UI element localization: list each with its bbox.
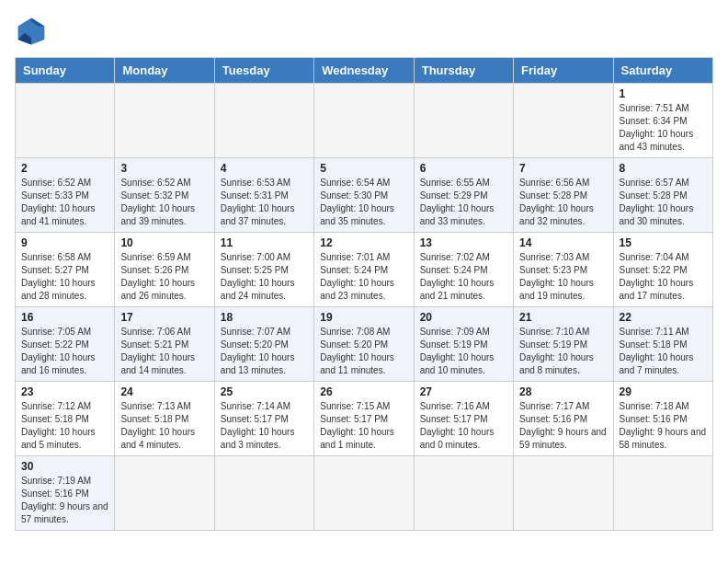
calendar-cell: 29Sunrise: 7:18 AM Sunset: 5:16 PM Dayli… (613, 382, 712, 456)
day-info: Sunrise: 6:52 AM Sunset: 5:33 PM Dayligh… (21, 177, 108, 228)
calendar-cell: 10Sunrise: 6:59 AM Sunset: 5:26 PM Dayli… (115, 233, 214, 307)
day-info: Sunrise: 7:10 AM Sunset: 5:19 PM Dayligh… (519, 326, 607, 377)
day-number: 3 (120, 162, 208, 175)
day-number: 20 (420, 311, 507, 324)
calendar-cell: 19Sunrise: 7:08 AM Sunset: 5:20 PM Dayli… (314, 307, 414, 382)
calendar-cell (214, 456, 313, 531)
page-header (15, 15, 713, 48)
day-number: 9 (21, 236, 108, 249)
header-day: Monday (115, 58, 214, 84)
header-day: Wednesday (314, 58, 414, 84)
day-number: 19 (320, 311, 407, 324)
day-number: 6 (420, 162, 507, 175)
day-number: 28 (519, 385, 607, 398)
day-number: 13 (420, 236, 507, 249)
calendar-cell (115, 84, 214, 158)
day-info: Sunrise: 7:19 AM Sunset: 5:16 PM Dayligh… (21, 475, 108, 526)
day-info: Sunrise: 7:08 AM Sunset: 5:20 PM Dayligh… (320, 326, 407, 377)
calendar-cell: 28Sunrise: 7:17 AM Sunset: 5:16 PM Dayli… (514, 382, 613, 456)
calendar-cell (115, 456, 214, 531)
day-info: Sunrise: 7:14 AM Sunset: 5:17 PM Dayligh… (221, 400, 308, 452)
header-day: Thursday (414, 58, 513, 84)
day-number: 2 (21, 162, 108, 175)
calendar-cell: 18Sunrise: 7:07 AM Sunset: 5:20 PM Dayli… (214, 307, 313, 382)
day-info: Sunrise: 7:09 AM Sunset: 5:19 PM Dayligh… (420, 326, 507, 377)
day-info: Sunrise: 7:18 AM Sunset: 5:16 PM Dayligh… (620, 400, 707, 452)
day-info: Sunrise: 7:05 AM Sunset: 5:22 PM Dayligh… (21, 326, 108, 377)
day-number: 30 (21, 460, 108, 473)
day-info: Sunrise: 7:04 AM Sunset: 5:22 PM Dayligh… (620, 251, 707, 303)
calendar-cell: 27Sunrise: 7:16 AM Sunset: 5:17 PM Dayli… (414, 382, 513, 456)
logo-icon (15, 15, 48, 48)
calendar-cell: 12Sunrise: 7:01 AM Sunset: 5:24 PM Dayli… (314, 233, 414, 307)
day-number: 10 (120, 236, 208, 249)
calendar-body: 1Sunrise: 7:51 AM Sunset: 6:34 PM Daylig… (16, 84, 713, 531)
day-info: Sunrise: 6:53 AM Sunset: 5:31 PM Dayligh… (221, 177, 308, 228)
calendar-table: SundayMondayTuesdayWednesdayThursdayFrid… (15, 57, 713, 531)
day-info: Sunrise: 7:17 AM Sunset: 5:16 PM Dayligh… (519, 400, 607, 452)
day-number: 26 (320, 385, 407, 398)
day-info: Sunrise: 7:00 AM Sunset: 5:25 PM Dayligh… (221, 251, 308, 303)
day-number: 23 (21, 385, 108, 398)
calendar-week-row: 1Sunrise: 7:51 AM Sunset: 6:34 PM Daylig… (16, 84, 713, 158)
day-info: Sunrise: 7:51 AM Sunset: 6:34 PM Dayligh… (620, 102, 707, 154)
calendar-cell: 16Sunrise: 7:05 AM Sunset: 5:22 PM Dayli… (16, 307, 115, 382)
calendar-cell: 11Sunrise: 7:00 AM Sunset: 5:25 PM Dayli… (214, 233, 313, 307)
calendar-week-row: 2Sunrise: 6:52 AM Sunset: 5:33 PM Daylig… (16, 158, 713, 233)
day-info: Sunrise: 7:06 AM Sunset: 5:21 PM Dayligh… (120, 326, 208, 377)
day-number: 14 (519, 236, 607, 249)
calendar-cell (514, 84, 613, 158)
calendar-cell: 5Sunrise: 6:54 AM Sunset: 5:30 PM Daylig… (314, 158, 414, 233)
calendar-cell (514, 456, 613, 531)
day-number: 11 (221, 236, 308, 249)
calendar-cell: 4Sunrise: 6:53 AM Sunset: 5:31 PM Daylig… (214, 158, 313, 233)
calendar-cell: 23Sunrise: 7:12 AM Sunset: 5:18 PM Dayli… (16, 382, 115, 456)
calendar-cell: 24Sunrise: 7:13 AM Sunset: 5:18 PM Dayli… (115, 382, 214, 456)
day-number: 27 (420, 385, 507, 398)
day-info: Sunrise: 7:16 AM Sunset: 5:17 PM Dayligh… (420, 400, 507, 452)
logo (15, 15, 51, 48)
calendar-cell (613, 456, 712, 531)
header-day: Tuesday (214, 58, 313, 84)
day-info: Sunrise: 6:52 AM Sunset: 5:32 PM Dayligh… (120, 177, 208, 228)
day-number: 29 (620, 385, 707, 398)
day-info: Sunrise: 7:13 AM Sunset: 5:18 PM Dayligh… (120, 400, 208, 452)
header-day: Saturday (613, 58, 712, 84)
day-info: Sunrise: 7:01 AM Sunset: 5:24 PM Dayligh… (320, 251, 407, 303)
day-number: 12 (320, 236, 407, 249)
calendar-cell: 20Sunrise: 7:09 AM Sunset: 5:19 PM Dayli… (414, 307, 513, 382)
calendar-cell: 1Sunrise: 7:51 AM Sunset: 6:34 PM Daylig… (613, 84, 712, 158)
day-info: Sunrise: 6:57 AM Sunset: 5:28 PM Dayligh… (620, 177, 707, 228)
calendar-header: SundayMondayTuesdayWednesdayThursdayFrid… (16, 58, 713, 84)
day-number: 24 (120, 385, 208, 398)
calendar-cell (314, 456, 414, 531)
calendar-cell: 25Sunrise: 7:14 AM Sunset: 5:17 PM Dayli… (214, 382, 313, 456)
calendar-week-row: 9Sunrise: 6:58 AM Sunset: 5:27 PM Daylig… (16, 233, 713, 307)
calendar-week-row: 30Sunrise: 7:19 AM Sunset: 5:16 PM Dayli… (16, 456, 713, 531)
day-info: Sunrise: 7:02 AM Sunset: 5:24 PM Dayligh… (420, 251, 507, 303)
day-info: Sunrise: 7:11 AM Sunset: 5:18 PM Dayligh… (620, 326, 707, 377)
calendar-week-row: 23Sunrise: 7:12 AM Sunset: 5:18 PM Dayli… (16, 382, 713, 456)
calendar-cell: 30Sunrise: 7:19 AM Sunset: 5:16 PM Dayli… (16, 456, 115, 531)
day-number: 16 (21, 311, 108, 324)
day-number: 15 (620, 236, 707, 249)
day-number: 5 (320, 162, 407, 175)
day-info: Sunrise: 7:15 AM Sunset: 5:17 PM Dayligh… (320, 400, 407, 452)
calendar-cell: 17Sunrise: 7:06 AM Sunset: 5:21 PM Dayli… (115, 307, 214, 382)
day-info: Sunrise: 7:03 AM Sunset: 5:23 PM Dayligh… (519, 251, 607, 303)
day-number: 4 (221, 162, 308, 175)
day-number: 21 (519, 311, 607, 324)
calendar-cell: 15Sunrise: 7:04 AM Sunset: 5:22 PM Dayli… (613, 233, 712, 307)
day-number: 7 (519, 162, 607, 175)
day-info: Sunrise: 7:07 AM Sunset: 5:20 PM Dayligh… (221, 326, 308, 377)
calendar-cell: 6Sunrise: 6:55 AM Sunset: 5:29 PM Daylig… (414, 158, 513, 233)
day-info: Sunrise: 6:58 AM Sunset: 5:27 PM Dayligh… (21, 251, 108, 303)
calendar-cell: 14Sunrise: 7:03 AM Sunset: 5:23 PM Dayli… (514, 233, 613, 307)
calendar-cell: 21Sunrise: 7:10 AM Sunset: 5:19 PM Dayli… (514, 307, 613, 382)
calendar-cell: 2Sunrise: 6:52 AM Sunset: 5:33 PM Daylig… (16, 158, 115, 233)
calendar-cell: 13Sunrise: 7:02 AM Sunset: 5:24 PM Dayli… (414, 233, 513, 307)
calendar-cell (314, 84, 414, 158)
calendar-cell (16, 84, 115, 158)
header-day: Friday (514, 58, 613, 84)
calendar-cell: 9Sunrise: 6:58 AM Sunset: 5:27 PM Daylig… (16, 233, 115, 307)
